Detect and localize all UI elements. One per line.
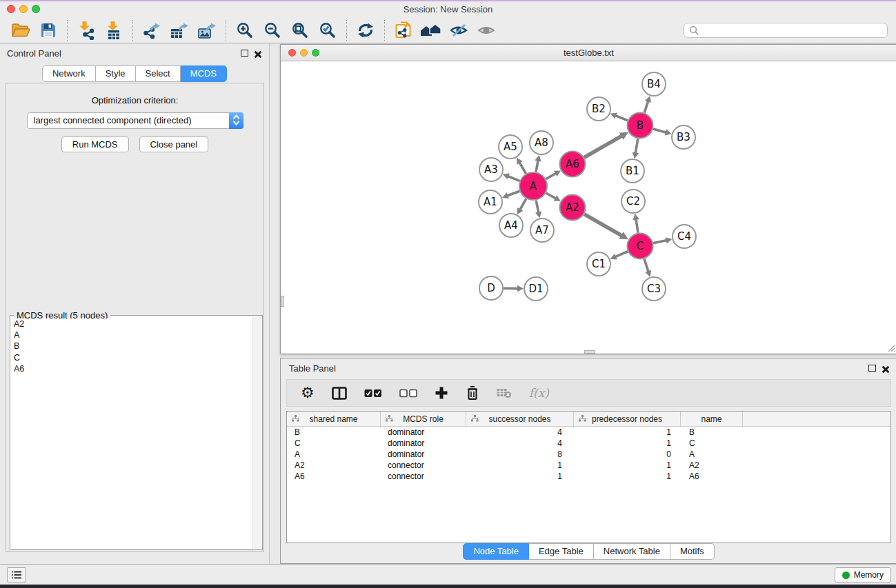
search-input[interactable] [702, 25, 882, 36]
cell[interactable]: C [287, 438, 381, 449]
tab-mcds[interactable]: MCDS [181, 65, 227, 82]
cell[interactable]: 1 [574, 460, 681, 471]
graph-edge-A-A7[interactable] [535, 201, 541, 219]
cell[interactable]: 8 [466, 449, 574, 460]
graph-edge-C-C3[interactable] [644, 259, 651, 277]
run-mcds-button[interactable]: Run MCDS [61, 136, 129, 152]
add-row-button[interactable] [435, 386, 448, 400]
zoom-out-button[interactable] [259, 19, 286, 41]
node-table-row-A[interactable]: Adominator80A [287, 449, 890, 460]
graph-node-D1[interactable]: D1 [524, 277, 548, 301]
import-network-button[interactable] [72, 19, 100, 41]
cell[interactable]: A2 [287, 460, 381, 471]
graph-edge-B-B1[interactable] [633, 139, 639, 159]
cell[interactable]: 1 [466, 471, 574, 482]
search-box[interactable] [684, 23, 888, 38]
graph-node-B1[interactable]: B1 [621, 159, 644, 183]
graph-edge-A-A3[interactable] [503, 173, 520, 181]
cell[interactable]: 0 [574, 449, 681, 460]
frame-edge-grip[interactable] [281, 296, 284, 307]
deselect-all-button[interactable] [399, 389, 417, 398]
minimize-app-button[interactable] [19, 5, 28, 13]
cell[interactable]: A [681, 449, 743, 460]
maximize-app-button[interactable] [32, 5, 40, 13]
graph-node-A5[interactable]: A5 [499, 135, 522, 159]
graph-edge-A2-C[interactable] [584, 214, 628, 240]
graph-edge-C-C2[interactable] [633, 214, 639, 233]
export-network-button[interactable] [138, 19, 166, 41]
graph-node-A8[interactable]: A8 [530, 131, 553, 154]
cell[interactable]: A [287, 449, 381, 460]
graph-edge-B-B4[interactable] [644, 96, 651, 112]
cell[interactable]: dominator [381, 449, 466, 460]
graph-edge-D-D1[interactable] [504, 285, 524, 292]
hide-graphics-details-button[interactable] [445, 19, 472, 41]
graph-edge-A-A2[interactable] [546, 193, 560, 201]
close-panel-button[interactable]: Close panel [139, 136, 209, 152]
import-table-button[interactable] [100, 19, 128, 41]
graph-node-B2[interactable]: B2 [587, 97, 610, 121]
graph-node-A[interactable]: A [519, 172, 547, 200]
cell[interactable]: B [681, 427, 743, 438]
cell[interactable]: A6 [287, 471, 381, 482]
table-settings-button[interactable]: ⚙ [301, 385, 315, 401]
zoom-fit-button[interactable] [286, 19, 314, 41]
app-titlebar[interactable]: Session: New Session [0, 1, 896, 17]
graph-node-C3[interactable]: C3 [642, 277, 666, 301]
mcds-result-item[interactable]: B [11, 341, 252, 352]
network-close-button[interactable] [288, 49, 296, 57]
criterion-dropdown[interactable]: largest connected component (directed) [27, 112, 243, 129]
select-all-button[interactable] [364, 389, 382, 398]
graph-node-C[interactable]: C [628, 234, 653, 259]
graph-edge-A-A6[interactable] [546, 171, 561, 179]
graph-edge-A-A1[interactable] [502, 191, 519, 199]
show-columns-button[interactable] [332, 387, 347, 400]
graph-edge-C-C4[interactable] [653, 237, 672, 243]
graph-node-A1[interactable]: A1 [479, 190, 502, 214]
graph-node-A6[interactable]: A6 [560, 152, 586, 177]
graph-edge-A-A5[interactable] [517, 158, 526, 174]
tab-network[interactable]: Network [42, 65, 96, 82]
export-image-button[interactable] [193, 19, 221, 41]
graph-edge-B-B3[interactable] [653, 129, 672, 135]
column-header-predecessor-nodes[interactable]: predecessor nodes [574, 412, 681, 426]
graph-node-B3[interactable]: B3 [672, 125, 695, 149]
column-header-shared-name[interactable]: shared name [287, 412, 381, 426]
node-table-row-A2[interactable]: A2connector11A2 [287, 460, 890, 471]
zoom-selected-button[interactable] [314, 19, 341, 41]
cell[interactable]: B [287, 427, 381, 438]
export-table-button[interactable] [166, 19, 193, 41]
column-header-successor-nodes[interactable]: successor nodes [466, 412, 574, 426]
graph-node-C4[interactable]: C4 [673, 225, 696, 248]
cell[interactable]: 4 [466, 427, 574, 438]
graph-node-B4[interactable]: B4 [642, 72, 666, 96]
control-panel-close-icon[interactable] [254, 49, 262, 57]
cell[interactable]: 1 [574, 427, 681, 438]
tab-network-table[interactable]: Network Table [594, 543, 670, 560]
tab-motifs[interactable]: Motifs [670, 543, 715, 560]
reset-panels-button[interactable] [417, 19, 445, 41]
tab-edge-table[interactable]: Edge Table [529, 543, 594, 560]
graph-node-A4[interactable]: A4 [499, 214, 523, 237]
tab-select[interactable]: Select [136, 65, 181, 82]
cell[interactable]: A6 [681, 471, 743, 482]
open-session-button[interactable] [7, 19, 34, 41]
zoom-in-button[interactable] [231, 19, 259, 41]
resize-grip-icon[interactable] [886, 343, 895, 352]
cell[interactable]: C [681, 438, 743, 449]
memory-button[interactable]: Memory [835, 567, 891, 582]
mcds-result-item[interactable]: A2 [11, 318, 252, 330]
node-table-row-A6[interactable]: A6connector11A6 [287, 471, 890, 482]
show-graphics-details-button[interactable] [472, 19, 500, 41]
result-scrollbar[interactable] [252, 316, 261, 549]
control-panel-float-icon[interactable] [241, 50, 248, 57]
tab-style[interactable]: Style [96, 65, 136, 82]
column-header-mcds-role[interactable]: MCDS role [381, 412, 466, 426]
graph-node-A7[interactable]: A7 [530, 219, 554, 242]
cell[interactable]: 1 [466, 460, 574, 471]
graph-node-D[interactable]: D [479, 276, 503, 300]
graph-node-B[interactable]: B [628, 113, 653, 139]
mcds-result-item[interactable]: A6 [11, 363, 252, 374]
cell[interactable]: 1 [574, 471, 681, 482]
node-table-row-C[interactable]: Cdominator41C [287, 438, 890, 449]
